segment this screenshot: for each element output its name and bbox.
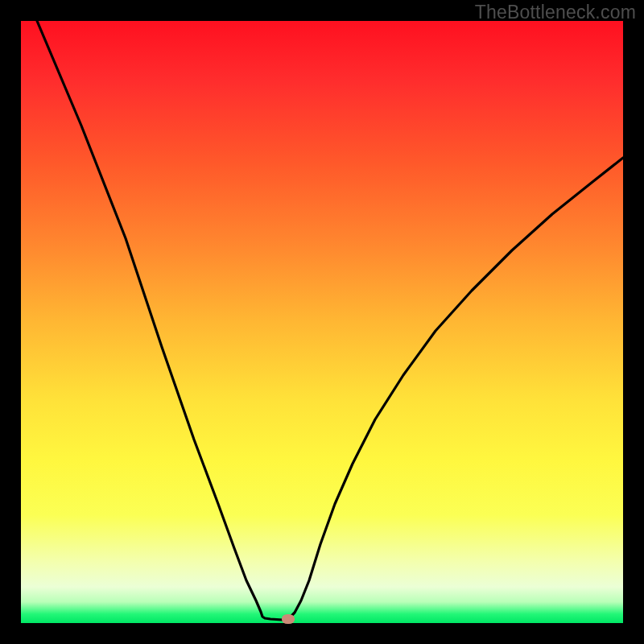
bottleneck-curve — [37, 21, 623, 620]
watermark-text: TheBottleneck.com — [475, 2, 636, 23]
optimal-point-marker — [282, 614, 295, 624]
curve-layer — [21, 21, 623, 623]
chart-container: TheBottleneck.com — [0, 0, 644, 644]
plot-area — [21, 21, 623, 623]
